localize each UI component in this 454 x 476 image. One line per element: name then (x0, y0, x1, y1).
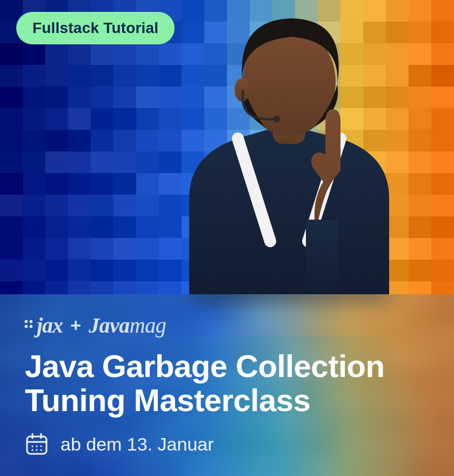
brand-javamag-mag: mag (130, 313, 166, 338)
brand-javamag-java: Java (89, 313, 130, 338)
promo-card: Fullstack Tutorial (0, 0, 454, 476)
date-row: ab dem 13. Januar (25, 432, 432, 456)
brand-javamag-logo: Javamag (89, 313, 166, 338)
brand-plus: + (70, 315, 81, 336)
svg-point-13 (36, 449, 37, 451)
course-title: Java Garbage Collection Tuning Mastercla… (25, 349, 432, 417)
svg-point-14 (40, 449, 42, 451)
svg-rect-5 (27, 437, 46, 454)
category-badge: Fullstack Tutorial (16, 12, 175, 44)
category-badge-label: Fullstack Tutorial (32, 19, 158, 36)
svg-point-9 (31, 446, 33, 447)
brand-row: jax + Javamag (25, 313, 432, 338)
svg-point-10 (36, 446, 37, 447)
svg-point-12 (31, 449, 33, 451)
start-date-text: ab dem 13. Januar (61, 434, 214, 455)
brand-jax-logo: jax (25, 313, 63, 338)
info-panel: jax + Javamag Java Garbage Collection Tu… (0, 294, 454, 476)
calendar-icon (25, 432, 49, 456)
svg-point-11 (40, 446, 42, 447)
